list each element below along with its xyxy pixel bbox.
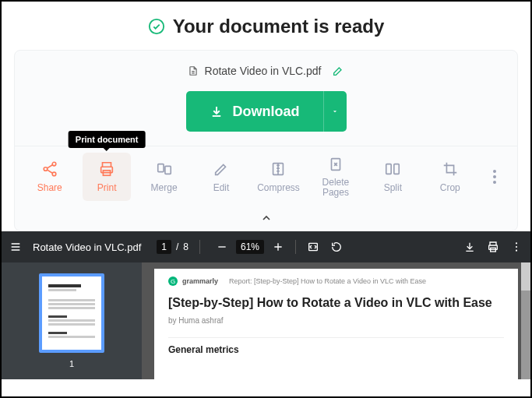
print-icon	[98, 160, 115, 178]
toolbar-separator	[199, 240, 200, 254]
pdf-viewer: Rotate Video in VLC.pdf 1 / 8 61%	[2, 231, 530, 379]
download-label: Download	[233, 104, 300, 120]
merge-button[interactable]: Merge	[140, 153, 188, 201]
menu-icon[interactable]	[9, 241, 22, 253]
collapse-chevron-icon[interactable]	[260, 212, 273, 224]
check-circle-icon	[148, 18, 165, 35]
doc-report-line: Report: [Step-by-Step] How to Rotate a V…	[229, 277, 426, 285]
thumbnail-sidebar: 1	[2, 262, 142, 379]
doc-author: by Huma ashraf	[168, 316, 504, 325]
toolbar-download-icon[interactable]	[463, 241, 476, 253]
svg-point-18	[516, 250, 517, 252]
zoom-in-icon[interactable]	[272, 241, 284, 253]
page-total: 8	[183, 241, 188, 252]
print-tooltip: Print document	[69, 131, 146, 148]
viewer-body: 1 G grammarly Report: [Step-by-Step] How…	[2, 262, 530, 379]
rotate-icon[interactable]	[330, 241, 343, 253]
fit-page-icon[interactable]	[307, 241, 319, 253]
download-dropdown-caret[interactable]	[323, 91, 347, 132]
page-heading: Your document is ready	[2, 2, 530, 50]
doc-title: [Step-by-Step] How to Rotate a Video in …	[168, 295, 504, 312]
scrollbar-thumb[interactable]	[521, 262, 530, 291]
filename-text: Rotate Video in VLC.pdf	[205, 65, 322, 77]
print-label: Print	[97, 182, 117, 193]
svg-point-16	[516, 242, 517, 244]
download-button[interactable]: Download	[186, 91, 347, 132]
svg-rect-7	[157, 164, 163, 172]
caret-down-icon	[331, 107, 339, 115]
viewer-toolbar: Rotate Video in VLC.pdf 1 / 8 61%	[2, 231, 530, 262]
page-indicator: 1 / 8	[157, 240, 188, 254]
delete-pages-button[interactable]: Delete Pages	[312, 153, 360, 201]
svg-rect-12	[394, 164, 399, 174]
doc-header-line: G grammarly Report: [Step-by-Step] How t…	[168, 276, 504, 286]
rename-icon[interactable]	[332, 65, 344, 77]
crop-button[interactable]: Crop	[426, 153, 474, 201]
document-scrollbar[interactable]	[521, 262, 530, 379]
share-label: Share	[37, 182, 62, 193]
page-sep: /	[176, 241, 178, 252]
document-panel[interactable]: G grammarly Report: [Step-by-Step] How t…	[142, 262, 530, 379]
edit-icon	[213, 160, 230, 178]
doc-brand: grammarly	[182, 277, 218, 285]
toolbar-print-icon[interactable]	[487, 241, 499, 253]
compress-label: Compress	[257, 182, 300, 193]
svg-rect-11	[386, 164, 391, 174]
split-button[interactable]: Split	[368, 153, 417, 201]
crop-icon	[442, 160, 459, 178]
merge-label: Merge	[151, 182, 178, 193]
share-button[interactable]: Share	[26, 153, 74, 201]
delete-pages-icon	[327, 156, 344, 173]
grammarly-icon: G	[168, 276, 178, 286]
split-label: Split	[384, 182, 402, 193]
filename-row: Rotate Video in VLC.pdf	[15, 51, 517, 80]
zoom-controls: 61%	[216, 240, 284, 254]
actions-bar: Share Print document Print Merge Edit Co…	[15, 146, 517, 207]
crop-label: Crop	[440, 182, 460, 193]
compress-icon	[270, 160, 287, 178]
split-icon	[384, 160, 401, 178]
svg-point-0	[150, 19, 164, 33]
file-icon	[188, 65, 199, 77]
page-current-input[interactable]: 1	[157, 240, 171, 254]
zoom-out-icon[interactable]	[216, 241, 228, 253]
doc-section-heading: General metrics	[168, 337, 504, 355]
zoom-percent[interactable]: 61%	[236, 240, 264, 254]
print-button[interactable]: Print document Print	[83, 153, 131, 201]
page-thumbnail[interactable]	[39, 273, 104, 353]
more-actions-button[interactable]	[483, 153, 506, 201]
toolbar-more-icon[interactable]	[510, 241, 523, 253]
viewer-title: Rotate Video in VLC.pdf	[33, 241, 141, 253]
page-title: Your document is ready	[173, 16, 385, 37]
toolbar-separator	[295, 240, 296, 254]
edit-label: Edit	[213, 182, 230, 193]
document-page: G grammarly Report: [Step-by-Step] How t…	[154, 269, 518, 379]
merge-icon	[156, 160, 173, 178]
svg-rect-8	[165, 166, 171, 174]
edit-button[interactable]: Edit	[197, 153, 245, 201]
delete-pages-label: Delete Pages	[322, 178, 350, 198]
share-icon	[41, 160, 58, 178]
compress-button[interactable]: Compress	[254, 153, 302, 201]
thumbnail-number: 1	[69, 359, 74, 368]
svg-point-17	[516, 246, 517, 248]
result-card: Rotate Video in VLC.pdf Download Share P…	[14, 50, 518, 231]
download-icon	[210, 104, 224, 118]
